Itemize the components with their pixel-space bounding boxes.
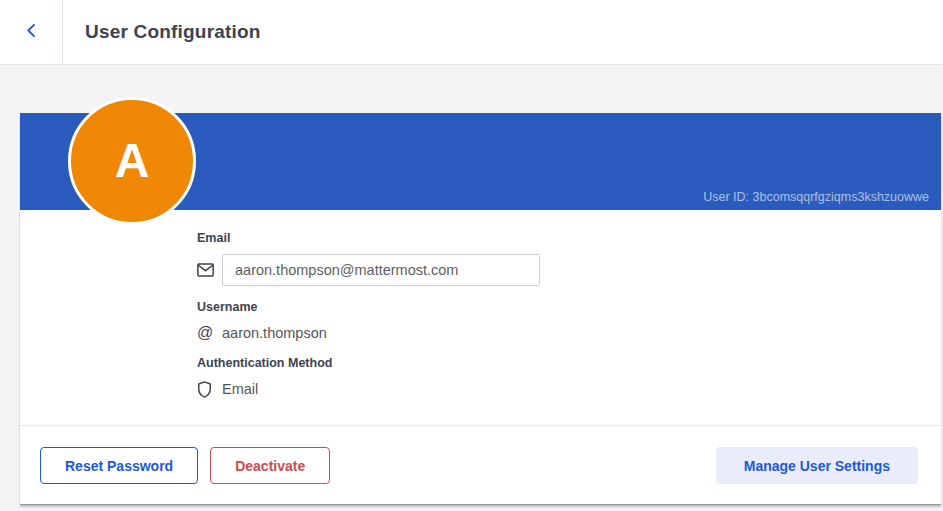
- profile-banner: A User ID: 3bcomsqqrfgziqms3kshzuowwe: [20, 113, 941, 210]
- shield-icon: [197, 381, 219, 398]
- header-divider: [62, 0, 63, 64]
- page-header: User Configuration: [0, 0, 943, 65]
- auth-method-value: Email: [222, 381, 258, 397]
- email-row: [197, 254, 901, 286]
- auth-method-row: Email: [197, 379, 901, 399]
- auth-method-field-group: Authentication Method Email: [197, 357, 901, 399]
- auth-method-label: Authentication Method: [197, 357, 901, 370]
- back-chevron-icon: [23, 22, 40, 42]
- manage-user-settings-button[interactable]: Manage User Settings: [716, 447, 918, 484]
- page-body: A User ID: 3bcomsqqrfgziqms3kshzuowwe Em…: [0, 113, 943, 505]
- user-id-text: User ID: 3bcomsqqrfgziqms3kshzuowwe: [703, 190, 929, 204]
- mail-icon: [197, 263, 219, 277]
- at-sign-icon: @: [197, 325, 219, 341]
- email-field-group: Email: [197, 232, 901, 286]
- user-configuration-card: A User ID: 3bcomsqqrfgziqms3kshzuowwe Em…: [20, 113, 941, 505]
- avatar-initial: A: [115, 137, 150, 185]
- email-input[interactable]: [222, 254, 540, 286]
- username-row: @ aaron.thompson: [197, 323, 901, 343]
- page-title: User Configuration: [85, 21, 261, 43]
- deactivate-button[interactable]: Deactivate: [210, 447, 330, 484]
- user-details: Email Username @: [20, 210, 941, 425]
- avatar: A: [68, 97, 196, 225]
- reset-password-button[interactable]: Reset Password: [40, 447, 198, 484]
- username-value: aaron.thompson: [222, 325, 327, 341]
- email-label: Email: [197, 232, 901, 245]
- card-footer: Reset Password Deactivate Manage User Se…: [20, 426, 941, 504]
- username-label: Username: [197, 301, 901, 314]
- username-field-group: Username @ aaron.thompson: [197, 301, 901, 343]
- back-button[interactable]: [0, 0, 62, 64]
